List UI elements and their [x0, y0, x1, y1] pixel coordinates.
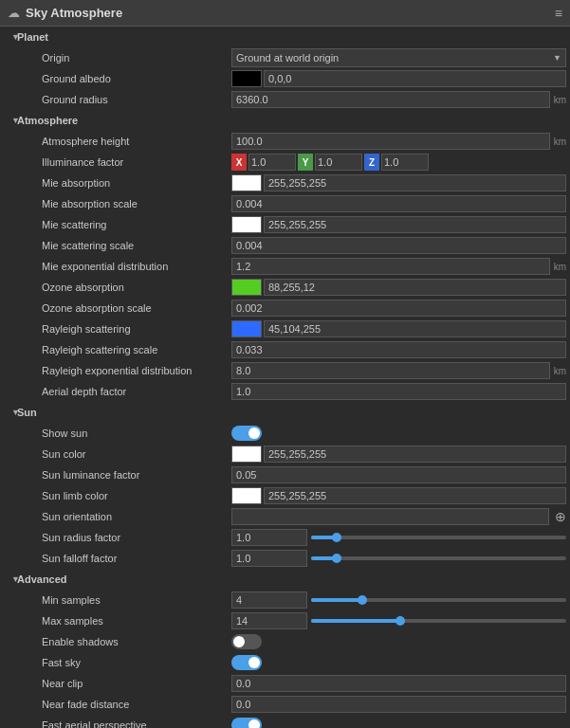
sun-limb-color-field[interactable]	[264, 487, 566, 504]
sun-falloff-factor-row: Sun falloff factor	[0, 548, 570, 569]
origin-row: Origin Ground at world origin ▼	[0, 47, 570, 68]
near-clip-field[interactable]	[231, 675, 566, 692]
near-fade-distance-label: Near fade distance	[4, 699, 231, 710]
max-samples-field[interactable]	[231, 612, 307, 629]
near-fade-distance-row: Near fade distance	[0, 694, 570, 715]
ozone-absorption-swatch[interactable]	[231, 279, 262, 296]
near-clip-label: Near clip	[4, 678, 231, 689]
mie-scattering-scale-row: Mie scattering scale	[0, 235, 570, 256]
min-samples-field[interactable]	[231, 592, 307, 609]
mie-absorption-field[interactable]	[264, 174, 566, 191]
mie-scattering-scale-field[interactable]	[231, 237, 566, 254]
fast-sky-row: Fast sky	[0, 652, 570, 673]
mie-exp-dist-label: Mie exponential distribution	[4, 261, 231, 272]
advanced-section-header[interactable]: ▼ Advanced	[0, 569, 570, 590]
sun-color-swatch[interactable]	[231, 446, 262, 463]
fast-sky-toggle[interactable]	[231, 655, 262, 670]
sun-color-row: Sun color	[0, 444, 570, 464]
sun-limb-color-swatch[interactable]	[231, 487, 262, 504]
illuminance-factor-label: Illuminance factor	[4, 156, 231, 168]
rayleigh-scattering-swatch[interactable]	[231, 320, 262, 337]
ozone-absorption-scale-field[interactable]	[231, 300, 566, 317]
max-samples-slider-thumb[interactable]	[395, 616, 405, 626]
enable-shadows-row: Enable shadows	[0, 631, 570, 652]
atmosphere-height-label: Atmosphere height	[4, 136, 231, 147]
sun-falloff-slider-wrap	[231, 550, 566, 567]
sun-radius-slider-thumb[interactable]	[332, 533, 341, 542]
illuminance-z-field[interactable]	[381, 154, 429, 171]
illuminance-y-field[interactable]	[315, 154, 362, 171]
mie-absorption-label: Mie absorption	[4, 177, 231, 189]
sun-radius-slider-wrap	[231, 529, 566, 546]
mie-scattering-field[interactable]	[264, 216, 566, 233]
sun-radius-slider-track[interactable]	[311, 536, 566, 539]
ground-albedo-field[interactable]	[264, 70, 566, 87]
sun-chevron: ▼	[4, 408, 17, 417]
fast-aerial-perspective-toggle[interactable]	[231, 718, 262, 728]
ozone-absorption-label: Ozone absorption	[4, 282, 231, 293]
aerial-depth-factor-field[interactable]	[231, 383, 566, 400]
sun-falloff-slider-thumb[interactable]	[332, 554, 341, 563]
min-samples-slider-fill	[311, 598, 362, 602]
ground-albedo-value	[231, 70, 566, 87]
sun-orientation-field[interactable]	[231, 508, 549, 525]
max-samples-slider-track[interactable]	[311, 619, 566, 623]
max-samples-slider-fill	[311, 619, 400, 623]
sun-luminance-field[interactable]	[231, 466, 566, 483]
atmosphere-chevron: ▼	[4, 116, 17, 125]
sun-falloff-factor-field[interactable]	[231, 550, 307, 567]
show-sun-row: Show sun	[0, 423, 570, 444]
mie-scattering-scale-label: Mie scattering scale	[4, 240, 231, 251]
sun-radius-factor-row: Sun radius factor	[0, 527, 570, 548]
origin-value: Ground at world origin ▼	[231, 48, 566, 67]
max-samples-label: Max samples	[4, 615, 231, 627]
x-label: X	[231, 154, 247, 171]
illuminance-x-field[interactable]	[248, 154, 296, 171]
fast-aerial-perspective-row: Fast aerial perspective	[0, 715, 570, 728]
atmosphere-height-field[interactable]	[231, 133, 550, 150]
enable-shadows-toggle[interactable]	[231, 634, 262, 649]
mie-scattering-swatch[interactable]	[231, 216, 262, 233]
sun-orientation-row: Sun orientation ⊕	[0, 506, 570, 527]
ozone-absorption-scale-row: Ozone absorption scale	[0, 298, 570, 318]
rayleigh-exp-dist-field[interactable]	[231, 362, 550, 379]
origin-dropdown[interactable]: Ground at world origin ▼	[231, 48, 566, 67]
ground-albedo-swatch[interactable]	[231, 70, 262, 87]
atmosphere-height-unit: km	[554, 136, 566, 147]
dropdown-arrow-icon: ▼	[553, 53, 561, 63]
sun-falloff-slider-track[interactable]	[311, 556, 566, 560]
mie-absorption-scale-row: Mie absorption scale	[0, 193, 570, 214]
sun-section-label: Sun	[17, 407, 37, 418]
min-samples-slider-track[interactable]	[311, 598, 566, 602]
near-fade-distance-field[interactable]	[231, 696, 566, 713]
min-samples-slider-thumb[interactable]	[358, 595, 367, 605]
sun-radius-factor-field[interactable]	[231, 529, 307, 546]
menu-button[interactable]: ≡	[555, 6, 562, 21]
atmosphere-section-label: Atmosphere	[17, 115, 78, 126]
mie-absorption-scale-label: Mie absorption scale	[4, 198, 231, 209]
ozone-absorption-field[interactable]	[264, 279, 566, 296]
rayleigh-scattering-scale-field[interactable]	[231, 341, 566, 358]
fast-sky-toggle-knob	[248, 657, 260, 668]
sun-luminance-row: Sun luminance factor	[0, 464, 570, 485]
ground-albedo-row: Ground albedo	[0, 68, 570, 89]
panel-header: ☁ Sky Atmosphere ≡	[0, 0, 570, 27]
sky-atmosphere-icon: ☁	[8, 6, 20, 20]
show-sun-toggle-knob	[248, 428, 260, 439]
rayleigh-scattering-label: Rayleigh scattering	[4, 323, 231, 335]
sun-color-field[interactable]	[264, 446, 566, 463]
max-samples-slider-wrap	[231, 612, 566, 629]
y-label: Y	[298, 154, 313, 171]
enable-shadows-label: Enable shadows	[4, 636, 231, 647]
mie-absorption-scale-field[interactable]	[231, 195, 566, 212]
mie-absorption-swatch[interactable]	[231, 174, 262, 191]
planet-section-header[interactable]: ▼ Planet	[0, 27, 570, 47]
show-sun-toggle[interactable]	[231, 426, 262, 441]
rayleigh-scattering-field[interactable]	[264, 320, 566, 337]
atmosphere-section-header[interactable]: ▼ Atmosphere	[0, 110, 570, 131]
sun-orientation-target-icon[interactable]: ⊕	[555, 509, 566, 524]
mie-exp-dist-field[interactable]	[231, 258, 550, 275]
ozone-absorption-row: Ozone absorption	[0, 277, 570, 298]
sun-section-header[interactable]: ▼ Sun	[0, 402, 570, 423]
ground-radius-field[interactable]	[231, 91, 550, 108]
